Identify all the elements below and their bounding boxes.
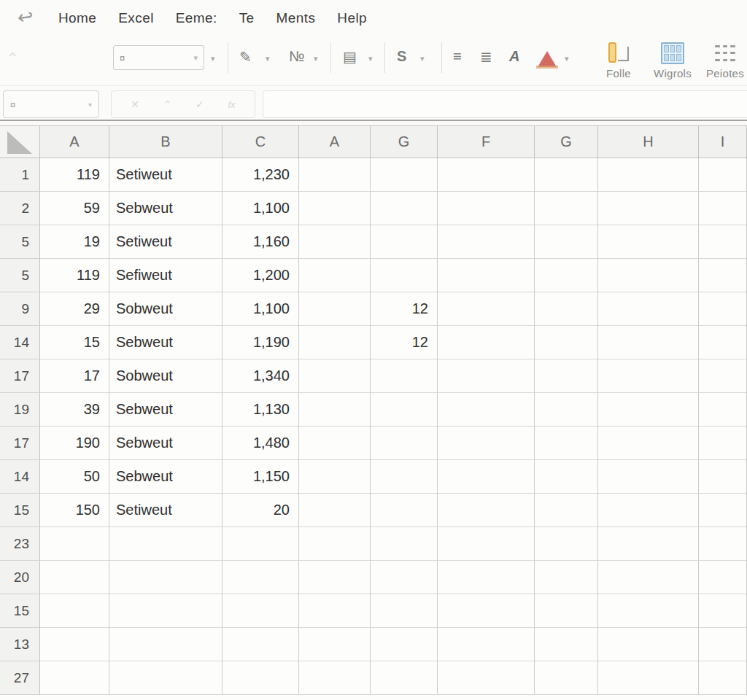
- cell-b1-r10[interactable]: Sebweut: [109, 460, 222, 494]
- name-box[interactable]: ¤ ▾: [3, 90, 99, 118]
- enter-check-icon[interactable]: ✓: [196, 98, 204, 110]
- row-header-27[interactable]: 27: [0, 661, 40, 695]
- cell-b1-r9[interactable]: Sebweut: [109, 427, 222, 460]
- cell-b1-r6[interactable]: Sebweut: [109, 326, 222, 359]
- cell-a3-r2[interactable]: [299, 192, 371, 225]
- cell-i8-r6[interactable]: [699, 326, 747, 359]
- cell-a0-r7[interactable]: 17: [40, 359, 109, 393]
- cell-a0-r14[interactable]: [40, 594, 109, 628]
- row-header-19[interactable]: 19: [0, 393, 40, 427]
- cell-f5-r1[interactable]: [438, 158, 535, 192]
- cell-a0-r6[interactable]: 15: [40, 326, 109, 359]
- cell-g4-r14[interactable]: [371, 594, 438, 628]
- cell-g4-r13[interactable]: [371, 561, 438, 594]
- cell-b1-r14[interactable]: [109, 594, 222, 628]
- row-header-14[interactable]: 14: [0, 460, 40, 494]
- cell-c2-r8[interactable]: 1,130: [222, 393, 299, 427]
- cell-g4-r4[interactable]: [371, 259, 438, 292]
- menu-item-excel[interactable]: Excel: [118, 10, 153, 26]
- cell-a0-r9[interactable]: 190: [40, 427, 109, 460]
- cell-h7-r6[interactable]: [598, 326, 699, 359]
- cell-g6-r1[interactable]: [535, 158, 598, 192]
- cell-f5-r13[interactable]: [438, 561, 535, 594]
- cell-c2-r9[interactable]: 1,480: [222, 427, 299, 460]
- cell-g6-r11[interactable]: [535, 494, 598, 527]
- cell-h7-r7[interactable]: [598, 359, 699, 393]
- cell-g4-r10[interactable]: [371, 460, 438, 494]
- cell-h7-r4[interactable]: [598, 259, 699, 292]
- column-header-h-7[interactable]: H: [598, 126, 699, 158]
- cell-c2-r14[interactable]: [222, 594, 299, 628]
- cell-i8-r7[interactable]: [699, 359, 747, 393]
- cell-g4-r5[interactable]: 12: [371, 292, 438, 326]
- cell-a0-r10[interactable]: 50: [40, 460, 109, 494]
- cell-g4-r8[interactable]: [371, 393, 438, 427]
- row-header-23[interactable]: 23: [0, 527, 40, 561]
- cell-c2-r4[interactable]: 1,200: [222, 259, 299, 292]
- cell-f5-r10[interactable]: [438, 460, 535, 494]
- cell-a0-r2[interactable]: 59: [40, 192, 109, 225]
- column-header-g-6[interactable]: G: [535, 126, 598, 158]
- cell-a3-r15[interactable]: [299, 628, 371, 661]
- row-header-2[interactable]: 2: [0, 192, 40, 225]
- cell-h7-r5[interactable]: [598, 292, 699, 326]
- cell-a0-r12[interactable]: [40, 527, 109, 561]
- font-size-dropdown-icon[interactable]: ▾: [211, 54, 215, 63]
- cell-h7-r9[interactable]: [598, 427, 699, 460]
- cell-h7-r16[interactable]: [598, 661, 699, 695]
- cell-a0-r11[interactable]: 150: [40, 494, 109, 527]
- cell-h7-r15[interactable]: [598, 628, 699, 661]
- cell-i8-r2[interactable]: [699, 192, 747, 225]
- undo-icon[interactable]: ⌃: [6, 50, 19, 69]
- cell-g4-r1[interactable]: [371, 158, 438, 192]
- cell-c2-r7[interactable]: 1,340: [222, 359, 299, 393]
- cell-f5-r2[interactable]: [438, 192, 535, 225]
- cell-f5-r7[interactable]: [438, 359, 535, 393]
- cell-i8-r1[interactable]: [699, 158, 747, 192]
- align-left-icon[interactable]: ≡: [453, 48, 462, 65]
- cell-g6-r3[interactable]: [535, 225, 598, 259]
- folle-button[interactable]: Folle: [591, 41, 646, 85]
- cell-f5-r16[interactable]: [438, 661, 535, 695]
- row-header-1[interactable]: 1: [0, 158, 40, 192]
- cell-h7-r1[interactable]: [598, 158, 699, 192]
- cell-g4-r16[interactable]: [371, 661, 438, 695]
- cell-i8-r4[interactable]: [699, 259, 747, 292]
- cell-i8-r5[interactable]: [699, 292, 747, 326]
- font-color-icon[interactable]: [538, 51, 557, 67]
- cell-f5-r8[interactable]: [438, 393, 535, 427]
- cell-h7-r11[interactable]: [598, 494, 699, 527]
- cell-a0-r16[interactable]: [40, 661, 109, 695]
- up-chevron-icon[interactable]: ⌃: [163, 98, 172, 110]
- cell-g6-r8[interactable]: [535, 393, 598, 427]
- menu-item-ments[interactable]: Ments: [276, 10, 316, 26]
- column-header-f-5[interactable]: F: [438, 126, 535, 158]
- align-justify-icon[interactable]: ≣: [480, 48, 492, 66]
- pen-icon[interactable]: ✎: [239, 48, 252, 66]
- row-header-13[interactable]: 13: [0, 628, 40, 661]
- cell-g4-r9[interactable]: [371, 427, 438, 460]
- cell-g4-r6[interactable]: 12: [371, 326, 438, 359]
- cell-f5-r11[interactable]: [438, 494, 535, 527]
- cell-b1-r16[interactable]: [109, 661, 222, 695]
- cell-a3-r14[interactable]: [299, 594, 371, 628]
- row-header-20[interactable]: 20: [0, 561, 40, 594]
- cell-g6-r15[interactable]: [535, 628, 598, 661]
- menu-item-help[interactable]: Help: [337, 10, 367, 26]
- cell-g6-r5[interactable]: [535, 292, 598, 326]
- cell-g4-r15[interactable]: [371, 628, 438, 661]
- cell-g6-r7[interactable]: [535, 359, 598, 393]
- cell-f5-r12[interactable]: [438, 527, 535, 561]
- cell-a0-r4[interactable]: 119: [40, 259, 109, 292]
- cell-g4-r3[interactable]: [371, 225, 438, 259]
- cell-c2-r12[interactable]: [222, 527, 299, 561]
- cell-f5-r9[interactable]: [438, 427, 535, 460]
- cell-g6-r13[interactable]: [535, 561, 598, 594]
- wigrols-button[interactable]: Wigrols: [645, 41, 700, 85]
- cell-a3-r11[interactable]: [299, 494, 371, 527]
- cell-h7-r13[interactable]: [598, 561, 699, 594]
- cell-c2-r16[interactable]: [222, 661, 299, 695]
- column-header-i-8[interactable]: I: [699, 126, 747, 158]
- cell-i8-r11[interactable]: [699, 494, 747, 527]
- borders-icon[interactable]: ▤: [343, 48, 357, 66]
